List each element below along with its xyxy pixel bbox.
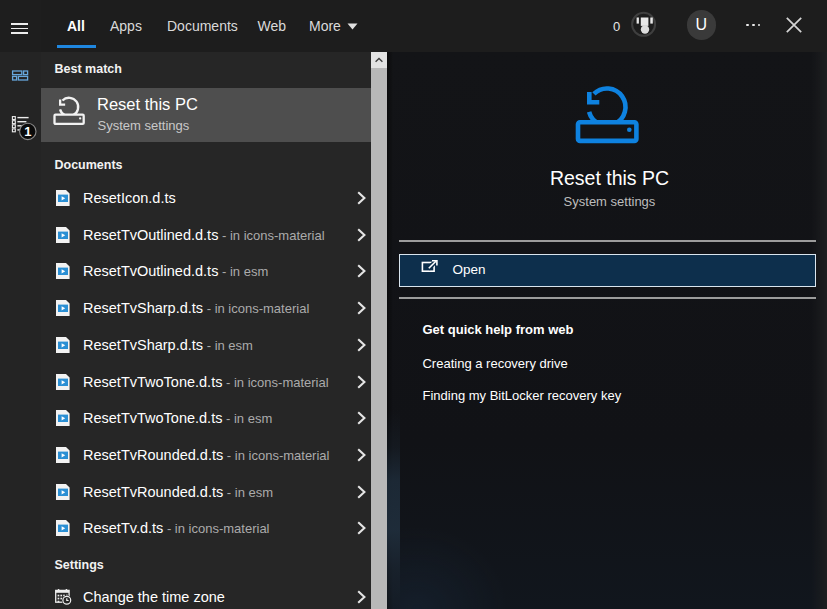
- svg-text:1: 1: [24, 124, 31, 139]
